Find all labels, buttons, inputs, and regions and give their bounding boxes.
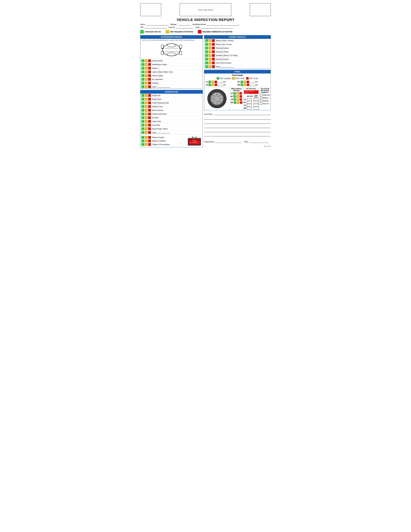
cb-red-washer-fluid[interactable] <box>148 105 151 108</box>
cb-red-other-under[interactable] <box>212 65 215 68</box>
ap-rr-before[interactable] <box>247 107 252 109</box>
ap-rr-oem[interactable] <box>254 107 259 109</box>
vin-input[interactable] <box>144 26 167 28</box>
cb-yellow-ac[interactable] <box>145 78 148 81</box>
comments-line-3[interactable] <box>204 122 271 124</box>
lf-green[interactable] <box>208 81 211 83</box>
cb-red-antifreeze[interactable] <box>148 113 151 115</box>
cb-yellow-other-int[interactable] <box>145 85 148 88</box>
cb-red-engine-oil[interactable] <box>148 94 151 97</box>
cb-green-other-under[interactable] <box>205 65 208 68</box>
inspected-by-input[interactable] <box>215 141 241 143</box>
comments-line-5[interactable] <box>204 130 271 132</box>
cb-green-wipers[interactable] <box>141 67 144 70</box>
cb-yellow-exterior[interactable] <box>145 59 148 62</box>
cb-yellow-washer-fluid[interactable] <box>145 105 148 108</box>
other-under-blank[interactable] <box>221 66 234 67</box>
cb-red-interior-lights[interactable] <box>148 74 151 77</box>
cb-red-ps-fluid[interactable] <box>148 101 151 104</box>
cb-yellow-battery-charge[interactable] <box>145 136 148 139</box>
cb-red-heating[interactable] <box>148 82 151 85</box>
cb-red-fuel-lines[interactable] <box>212 61 215 64</box>
lr-blank[interactable] <box>218 84 223 86</box>
cb-red-fuel-filter[interactable] <box>148 124 151 127</box>
cb-red-brake-lines[interactable] <box>212 43 215 46</box>
wear-lf-green[interactable] <box>233 92 236 95</box>
cb-green-battery-charge[interactable] <box>141 136 144 139</box>
cb-red-brake-fluid[interactable] <box>148 98 151 101</box>
comments-line-6[interactable] <box>204 134 271 136</box>
cb-green-antifreeze[interactable] <box>141 113 144 115</box>
cb-green-fuel-filter[interactable] <box>141 124 144 127</box>
cb-green-cables[interactable] <box>141 143 144 146</box>
cb-yellow-wipers[interactable] <box>145 67 148 70</box>
cb-red-other-underhood[interactable] <box>148 131 151 134</box>
wear-lf-red[interactable] <box>239 92 242 95</box>
cb-red-spark-plugs[interactable] <box>148 127 151 130</box>
cb-green-driveline[interactable] <box>205 54 208 57</box>
cb-green-windshield[interactable] <box>141 63 144 66</box>
wear-rr-red[interactable] <box>240 101 243 104</box>
cb-green-washer-fluid[interactable] <box>141 105 144 108</box>
cb-red-wipers[interactable] <box>148 67 151 70</box>
cb-green-belts[interactable] <box>141 109 144 112</box>
cb-green-exhaust[interactable] <box>205 58 208 61</box>
cb-green-brake-fluid[interactable] <box>141 98 144 101</box>
cb-red-cabin-filter[interactable] <box>148 120 151 123</box>
comments-line-2[interactable] <box>204 117 271 120</box>
cb-red-belts[interactable] <box>148 109 151 112</box>
cb-yellow-shocks[interactable] <box>209 50 211 53</box>
cb-yellow-lights[interactable] <box>145 70 148 73</box>
cb-green-heating[interactable] <box>141 82 144 85</box>
wear-lf-yellow[interactable] <box>236 92 239 95</box>
cb-red-brakes[interactable] <box>212 39 215 42</box>
comments-line-1[interactable] <box>214 113 271 115</box>
wear-rf-yellow[interactable] <box>236 95 239 98</box>
cb-red-ac[interactable] <box>148 78 151 81</box>
cb-red-exterior[interactable] <box>148 59 151 62</box>
cb-red-shocks[interactable] <box>212 50 215 53</box>
cb-yellow-antifreeze[interactable] <box>145 113 148 115</box>
wear-lr-yellow[interactable] <box>236 98 239 101</box>
cb-yellow-spark-plugs[interactable] <box>145 127 148 130</box>
cb-red-steering[interactable] <box>212 47 215 49</box>
cb-green-shocks[interactable] <box>205 50 208 53</box>
suggest-new-tire-checkbox[interactable] <box>260 103 262 105</box>
cb-green-ac[interactable] <box>141 78 144 81</box>
lr-red[interactable] <box>215 84 217 86</box>
ap-lf-oem[interactable] <box>254 98 259 101</box>
cb-yellow-ps-fluid[interactable] <box>145 101 148 104</box>
cb-red-driveline[interactable] <box>212 54 215 57</box>
cb-yellow-brake-lines[interactable] <box>209 43 211 46</box>
cb-green-brakes[interactable] <box>205 39 208 42</box>
cb-yellow-brake-fluid[interactable] <box>145 98 148 101</box>
email-input[interactable] <box>200 26 233 28</box>
rf-yellow[interactable] <box>243 81 246 83</box>
cb-red-lights[interactable] <box>148 70 151 73</box>
cb-yellow-brakes[interactable] <box>209 39 211 42</box>
lr-green[interactable] <box>209 84 211 86</box>
cb-red-air-filter[interactable] <box>148 116 151 119</box>
mileage-input[interactable] <box>177 23 190 26</box>
wear-lr-green[interactable] <box>234 98 236 101</box>
cb-yellow-heating[interactable] <box>145 82 148 85</box>
wear-rf-green[interactable] <box>234 95 236 98</box>
ap-lf-before[interactable] <box>247 98 252 101</box>
license-input[interactable] <box>176 26 193 28</box>
cb-green-interior-lights[interactable] <box>141 74 144 77</box>
cb-yellow-steering[interactable] <box>209 47 211 49</box>
date-input[interactable] <box>249 141 268 143</box>
cb-yellow-windshield[interactable] <box>145 63 148 66</box>
cb-yellow-interior-lights[interactable] <box>145 74 148 77</box>
cb-red-windshield[interactable] <box>148 63 151 66</box>
suggest-rotation-checkbox[interactable] <box>260 100 262 102</box>
rr-yellow[interactable] <box>244 84 246 86</box>
rf-red[interactable] <box>247 81 249 83</box>
cb-green-engine-oil[interactable] <box>141 94 144 97</box>
cb-yellow-fuel-lines[interactable] <box>209 61 211 64</box>
cb-yellow-driveline[interactable] <box>209 54 211 57</box>
wear-lr-red[interactable] <box>240 98 242 101</box>
rr-green[interactable] <box>241 84 243 86</box>
wear-rf-red[interactable] <box>240 95 242 98</box>
cb-red-cables[interactable] <box>148 143 151 146</box>
